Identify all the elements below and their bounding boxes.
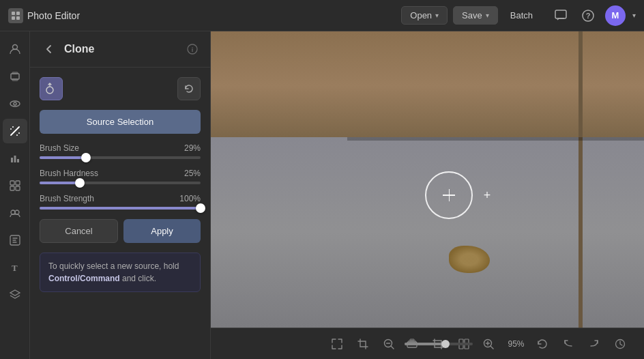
svg-text:i: i (192, 46, 194, 53)
svg-rect-0 (12, 12, 15, 15)
svg-point-14 (10, 128, 12, 130)
svg-rect-8 (11, 74, 19, 79)
source-selection-button[interactable]: Source Selection (40, 110, 201, 134)
app-logo-icon (8, 8, 23, 23)
reset-tool-btn[interactable] (177, 77, 201, 100)
svg-text:T: T (12, 263, 18, 273)
open-chevron-icon: ▾ (435, 12, 439, 19)
tooltip-text: To quickly select a new source, hold Con… (48, 261, 179, 283)
panel-header: Clone i (30, 31, 210, 68)
svg-rect-4 (555, 10, 566, 18)
zoom-value: 95% (504, 339, 529, 349)
brush-size-fill (40, 156, 86, 159)
sidebar-chart-btn[interactable] (3, 146, 27, 171)
canvas-wall (211, 31, 644, 328)
brush-hardness-thumb[interactable] (75, 178, 85, 188)
save-button[interactable]: Save ▾ (453, 6, 498, 25)
svg-rect-19 (17, 159, 19, 162)
svg-rect-18 (14, 156, 16, 162)
brush-hardness-value: 25% (184, 169, 201, 178)
brush-size-header: Brush Size 29% (40, 143, 201, 153)
brush-strength-group: Brush Strength 100% (40, 194, 201, 210)
svg-rect-22 (10, 186, 14, 190)
brush-hardness-fill (40, 182, 80, 184)
left-sidebar: T (0, 31, 30, 359)
panel-info-button[interactable]: i (184, 41, 201, 57)
open-button[interactable]: Open ▾ (401, 6, 448, 25)
history-btn[interactable] (610, 334, 630, 354)
panel-body: Source Selection Brush Size 29% Brush Ha… (30, 68, 210, 302)
svg-rect-1 (16, 12, 20, 15)
help-button[interactable]: ? (578, 5, 598, 26)
topbar: Photo Editor Open ▾ Save ▾ Batch ? M ▾ (0, 0, 644, 31)
tooltip-box: To quickly select a new source, hold Con… (40, 253, 201, 292)
svg-rect-17 (11, 158, 13, 162)
save-chevron-icon: ▾ (486, 12, 489, 19)
canvas-area[interactable]: + (211, 31, 644, 359)
leaf-object (449, 246, 490, 273)
topbar-right: ? M ▾ (551, 5, 636, 26)
svg-point-15 (18, 132, 20, 134)
brush-size-group: Brush Size 29% (40, 143, 201, 159)
brush-strength-header: Brush Strength 100% (40, 194, 201, 203)
undo-btn[interactable] (558, 334, 579, 354)
sidebar-person-btn[interactable] (3, 37, 27, 61)
main-content: T Clone i (0, 31, 644, 359)
avatar[interactable]: M (605, 5, 626, 26)
avatar-chevron-icon[interactable]: ▾ (632, 12, 636, 19)
brush-strength-thumb[interactable] (196, 203, 205, 213)
app-title: Photo Editor (27, 10, 80, 21)
brush-hardness-slider[interactable] (40, 182, 201, 184)
zoom-out-btn[interactable] (379, 334, 399, 354)
brush-hardness-label: Brush Hardness (40, 169, 98, 178)
panel: Clone i (30, 31, 211, 359)
sidebar-grid-btn[interactable] (3, 173, 27, 198)
svg-point-12 (14, 102, 16, 105)
sidebar-adjust-btn[interactable] (3, 228, 27, 253)
brush-size-slider[interactable] (40, 156, 201, 159)
sidebar-group-btn[interactable] (3, 201, 27, 225)
panel-back-button[interactable] (40, 40, 59, 59)
fit-screen-btn[interactable] (327, 334, 347, 354)
zoom-slider[interactable] (405, 343, 473, 345)
cancel-button[interactable]: Cancel (40, 219, 118, 243)
sidebar-magic-btn[interactable] (3, 119, 27, 143)
zoom-fill (405, 343, 445, 345)
redo-btn[interactable] (584, 334, 604, 354)
sidebar-layers-btn[interactable] (3, 64, 27, 89)
brush-size-value: 29% (184, 143, 201, 153)
zoom-thumb[interactable] (441, 340, 450, 348)
bottom-bar: 95% (211, 328, 644, 359)
svg-point-13 (12, 126, 14, 128)
zoom-in-btn[interactable] (478, 334, 499, 354)
panel-actions: Cancel Apply (40, 219, 201, 243)
svg-point-24 (11, 210, 15, 214)
sidebar-layers2-btn[interactable] (3, 283, 27, 307)
history-back-btn[interactable] (532, 334, 553, 354)
brush-size-thumb[interactable] (81, 153, 91, 162)
svg-point-11 (10, 101, 20, 106)
clone-stamp-tool-btn[interactable] (40, 77, 63, 100)
svg-rect-21 (16, 181, 20, 185)
brush-hardness-group: Brush Hardness 25% (40, 169, 201, 184)
apply-button[interactable]: Apply (123, 219, 201, 243)
svg-rect-9 (12, 72, 18, 74)
door-frame-right (579, 31, 583, 328)
svg-point-16 (16, 134, 18, 136)
bottom-right-actions (532, 334, 630, 354)
svg-rect-23 (16, 186, 20, 190)
batch-button[interactable]: Batch (503, 7, 540, 24)
svg-rect-33 (410, 339, 414, 341)
svg-rect-20 (10, 181, 14, 185)
sidebar-eye-btn[interactable] (3, 91, 27, 116)
sidebar-text-btn[interactable]: T (3, 255, 27, 280)
floor-line (347, 137, 644, 141)
svg-point-25 (15, 210, 19, 214)
chat-button[interactable] (551, 5, 571, 26)
tool-icons-row (40, 77, 201, 100)
svg-rect-3 (16, 16, 20, 20)
crop2-btn[interactable] (353, 334, 373, 354)
brush-strength-value: 100% (179, 194, 201, 203)
app-logo: Photo Editor (8, 8, 80, 23)
brush-strength-slider[interactable] (40, 207, 201, 210)
